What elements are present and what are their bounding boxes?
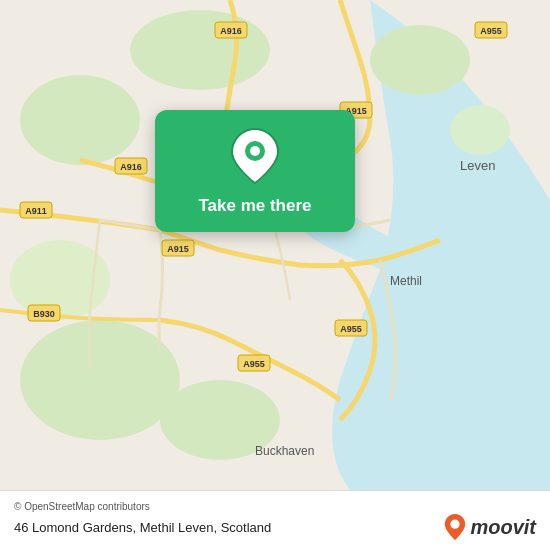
svg-text:A916: A916	[220, 26, 242, 36]
svg-point-3	[370, 25, 470, 95]
svg-point-1	[20, 75, 140, 165]
moovit-brand-name: moovit	[470, 516, 536, 539]
svg-text:A915: A915	[167, 244, 189, 254]
svg-point-2	[130, 10, 270, 90]
svg-text:Buckhaven: Buckhaven	[255, 444, 314, 458]
svg-point-4	[450, 105, 510, 155]
svg-point-5	[20, 320, 180, 440]
moovit-logo: moovit	[444, 514, 536, 540]
svg-text:A916: A916	[120, 162, 142, 172]
svg-point-31	[451, 520, 460, 529]
svg-text:A955: A955	[340, 324, 362, 334]
bottom-bar: © OpenStreetMap contributors 46 Lomond G…	[0, 490, 550, 550]
svg-text:B930: B930	[33, 309, 55, 319]
svg-text:A955: A955	[480, 26, 502, 36]
svg-text:Leven: Leven	[460, 158, 495, 173]
moovit-pin-icon	[444, 514, 466, 540]
svg-text:Methil: Methil	[390, 274, 422, 288]
take-me-there-label: Take me there	[198, 196, 311, 216]
take-me-there-button[interactable]: Take me there	[155, 110, 355, 232]
svg-text:A955: A955	[243, 359, 265, 369]
osm-attribution: © OpenStreetMap contributors	[14, 501, 150, 512]
map-area: A916 A916 A911 A915 A915 A955 B930 A955 …	[0, 0, 550, 490]
bottom-content: © OpenStreetMap contributors 46 Lomond G…	[14, 501, 536, 540]
address-label: 46 Lomond Gardens, Methil Leven, Scotlan…	[14, 520, 271, 535]
svg-text:A911: A911	[25, 206, 47, 216]
location-pin-icon	[231, 128, 279, 184]
svg-point-30	[250, 146, 260, 156]
